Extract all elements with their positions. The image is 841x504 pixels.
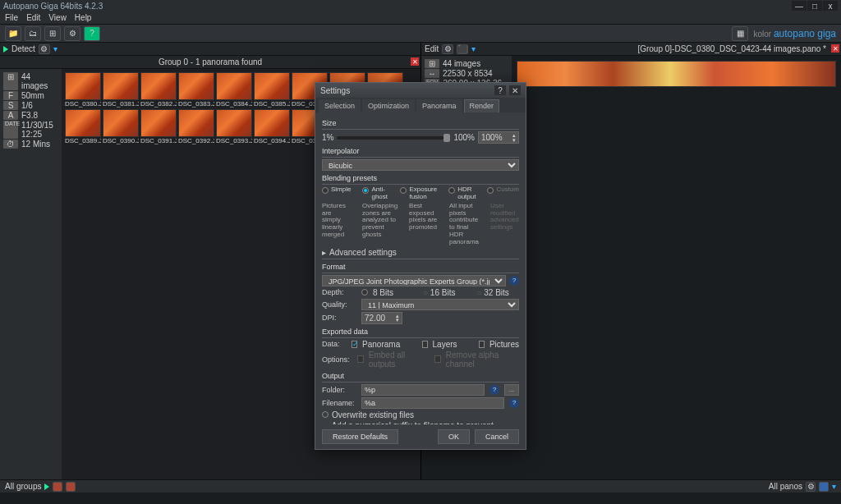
detect-button[interactable]: Detect (11, 44, 35, 53)
menu-file[interactable]: File (5, 13, 18, 22)
dpi-label: DPI: (322, 314, 356, 322)
dropdown-icon[interactable]: ▾ (53, 44, 57, 53)
restore-defaults-button[interactable]: Restore Defaults (322, 429, 398, 444)
thumbnail[interactable]: DSC_0393.JPG (216, 109, 252, 144)
tab-optimization[interactable]: Optimization (362, 99, 415, 112)
edit-button[interactable]: Edit (425, 44, 439, 53)
pano-info-images: 44 images (443, 59, 480, 68)
render-icon[interactable] (819, 482, 829, 492)
thumbnail[interactable]: DSC_0392.JPG (178, 109, 214, 144)
folder-field[interactable] (361, 384, 485, 396)
status-right-label: All panos (769, 482, 802, 491)
blend-hdr-desc: All input pixels contribute to final HDR… (449, 203, 479, 246)
dialog-titlebar[interactable]: Settings ? ✕ (315, 83, 526, 98)
gear-icon[interactable]: ⚙ (806, 482, 816, 492)
size-max: 100% (453, 133, 475, 142)
filename-field[interactable] (361, 397, 504, 409)
browse-folder-button[interactable]: ... (504, 384, 519, 396)
thumbnail[interactable]: DSC_0384.JPG (216, 72, 252, 108)
depth-8-radio[interactable] (361, 289, 368, 296)
cancel-button[interactable]: Cancel (475, 429, 519, 444)
thumbnail[interactable]: DSC_0385.JPG (254, 72, 290, 108)
dialog-close-button[interactable]: ✕ (509, 85, 521, 95)
exported-label: Exported data (322, 328, 519, 336)
minimize-button[interactable]: — (792, 1, 807, 11)
puzzle-icon[interactable]: ⊞ (44, 26, 61, 41)
panorama-checkbox[interactable] (352, 341, 357, 348)
dropdown-icon[interactable]: ▾ (832, 482, 836, 491)
advanced-settings-toggle[interactable]: ▸Advanced settings (322, 248, 519, 257)
overwrite-radio[interactable]: Overwrite existing files (322, 410, 519, 419)
blend-exposure-radio[interactable]: Exposure fusion (400, 186, 437, 201)
quality-label: Quality: (322, 300, 356, 309)
tab-panorama[interactable]: Panorama (416, 99, 462, 112)
embed-checkbox (357, 355, 364, 363)
info-aperture: F3.8 (21, 111, 38, 120)
help-icon[interactable]: ? (84, 26, 100, 41)
gear-small-icon[interactable]: ⚙ (39, 44, 50, 54)
batch-icon[interactable]: ▦ (732, 26, 748, 41)
close-pano-icon[interactable]: ✕ (831, 44, 839, 53)
format-label: Format (322, 263, 519, 271)
blend-hdr-radio[interactable]: HDR output (448, 186, 476, 201)
size-spinner[interactable]: 100%▴▾ (478, 131, 519, 144)
folder-icon[interactable]: 📁 (5, 26, 21, 41)
panorama-preview[interactable] (517, 61, 836, 87)
data-label: Data: (322, 340, 347, 348)
menu-view[interactable]: View (48, 13, 67, 22)
maximize-button[interactable]: □ (807, 1, 822, 11)
blend-label: Blending presets (322, 174, 519, 182)
close-group-icon[interactable]: ✕ (411, 57, 419, 66)
group-header: Group 0 - 1 panorama found ✕ (0, 56, 420, 69)
gear-small-icon[interactable]: ⚙ (442, 44, 453, 54)
blend-antighost-radio[interactable]: Anti-ghost (362, 186, 388, 201)
format-combo[interactable]: JPG/JPEG Joint Photographic Experts Grou… (322, 275, 506, 286)
size-min: 1% (322, 133, 333, 142)
thumbnail[interactable]: DSC_0389.JPG (65, 109, 101, 144)
dialog-title: Settings (320, 86, 350, 95)
pano-title: [Group 0]-DSC_0380_DSC_0423-44 images.pa… (479, 44, 838, 53)
layers-checkbox[interactable] (422, 341, 428, 348)
dialog-help-button[interactable]: ? (494, 85, 506, 95)
help-icon[interactable]: ? (489, 385, 499, 395)
suffix-radio[interactable]: Add a numerical suffix to filename to pr… (322, 421, 519, 424)
thumbnail[interactable]: DSC_0394.JPG (254, 109, 290, 144)
info-focal: 50mm (21, 91, 44, 100)
info-date: 11/30/15 12:25 (21, 121, 58, 139)
thumbnail[interactable]: DSC_0382.JPG (140, 72, 177, 108)
help-icon[interactable]: ? (509, 398, 519, 408)
tab-render[interactable]: Render (464, 99, 500, 112)
interp-combo[interactable]: Bicubic (322, 159, 519, 171)
dpi-spinner[interactable]: 72.00▴▾ (361, 312, 402, 324)
folders-icon[interactable]: 🗂 (25, 26, 41, 41)
thumbnail[interactable]: DSC_0390.JPG (103, 109, 139, 144)
menu-help[interactable]: Help (75, 13, 92, 22)
main-toolbar: 📁 🗂 ⊞ ⚙ ? ▦ kolor autopano giga (0, 25, 841, 43)
render-icon[interactable]: ⬛ (457, 44, 468, 54)
thumbnail[interactable]: DSC_0380.JPG (65, 72, 101, 108)
thumbnail[interactable]: DSC_0383.JPG (178, 72, 214, 108)
options-label: Options: (322, 355, 352, 364)
filename-label: Filename: (322, 399, 356, 407)
info-duration: 12 Mins (21, 140, 50, 149)
quality-combo[interactable]: 11 | Maximum (361, 299, 519, 310)
tile-icon[interactable] (66, 482, 76, 492)
alpha-checkbox (434, 355, 441, 363)
gear-icon[interactable]: ⚙ (64, 26, 80, 41)
blend-simple-radio[interactable]: Simple (322, 186, 351, 201)
statusbar: All groups All panos ⚙ ▾ (0, 479, 841, 493)
dropdown-icon[interactable]: ▾ (471, 44, 476, 53)
play-icon[interactable] (44, 483, 49, 490)
thumbnail[interactable]: DSC_0381.JPG (103, 72, 139, 108)
help-icon[interactable]: ? (509, 276, 519, 286)
menu-edit[interactable]: Edit (26, 13, 40, 22)
close-button[interactable]: x (823, 1, 838, 11)
tile-icon[interactable] (53, 482, 62, 492)
tab-selection[interactable]: Selection (319, 99, 361, 112)
depth-16-radio: ○ 16 Bits (423, 288, 455, 297)
ok-button[interactable]: OK (438, 429, 470, 444)
pictures-checkbox[interactable] (479, 341, 485, 348)
play-icon[interactable] (3, 46, 8, 53)
thumbnail[interactable]: DSC_0391.JPG (140, 109, 177, 144)
size-slider[interactable] (337, 136, 450, 140)
